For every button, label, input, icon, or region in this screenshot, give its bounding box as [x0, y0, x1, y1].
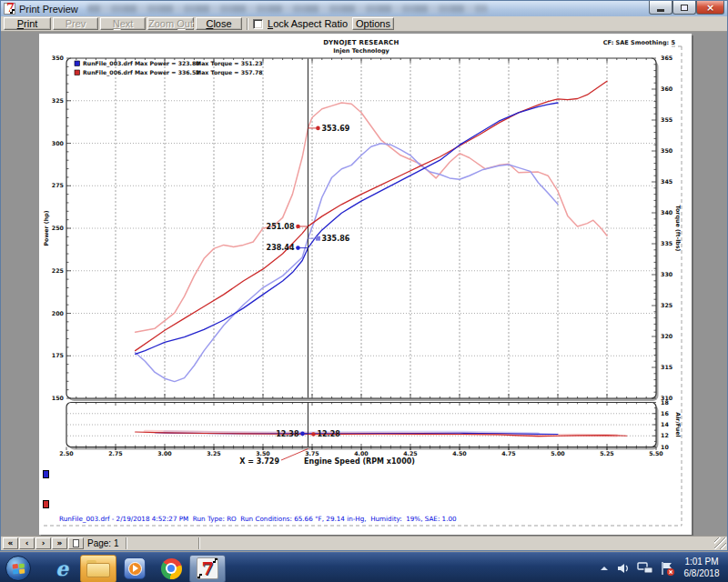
minimize-icon [657, 9, 664, 12]
chrome-icon [161, 558, 182, 579]
restore-button[interactable] [672, 1, 696, 15]
page-indicator: Page: 1 [87, 538, 118, 548]
af-tick-label: 12 [661, 432, 669, 438]
power-tick-label: 300 [52, 140, 65, 146]
toolbar-separator [247, 18, 248, 30]
minimize-button[interactable] [649, 1, 672, 15]
action-center-flag-icon[interactable] [660, 561, 675, 576]
x-tick-label: 3.50 [256, 450, 270, 457]
torque-tick-label: 335 [661, 240, 672, 246]
legend-entry: RunFile_003.drf Max Power = 323.80 [83, 60, 200, 67]
hidden-icons-arrow-icon[interactable] [599, 564, 610, 573]
close-window-button[interactable]: × [696, 1, 724, 15]
first-page-button[interactable]: « [3, 537, 18, 549]
internet-explorer-icon: e [56, 557, 68, 580]
toolbar: Print Prev Next Zoom Out Close Lock Aspe… [1, 16, 727, 32]
close-preview-button[interactable]: Close [196, 17, 242, 30]
x-tick-label: 5.00 [551, 450, 565, 457]
power-axis-title: Power (hp) [43, 210, 50, 246]
next-page-button[interactable]: › [35, 537, 51, 549]
af-tick-label: 16 [661, 410, 669, 416]
run-info-evo1900: RunFile_006.drf - 2/19/2018 5:55:22 PM R… [43, 499, 457, 536]
taskbar: e 7 [0, 552, 728, 582]
power-tick-label: 175 [52, 352, 64, 358]
statusbar: « ‹ › » Page: 1 [1, 536, 727, 550]
taskbar-clock[interactable]: 1:01 PM 6/8/2018 [677, 556, 726, 579]
print-preview-window: 7 Print Preview × Print Prev Next Zoom O… [0, 0, 728, 551]
af-tick-label: 18 [661, 399, 669, 406]
prev-button[interactable]: Prev [53, 17, 98, 30]
x-tick-label: 4.00 [354, 450, 369, 457]
dyno-chart: 1501752002252502753003253503103153203253… [39, 34, 692, 535]
network-icon[interactable] [637, 561, 653, 575]
torque-tick-label: 320 [661, 333, 673, 339]
annotation-label: 353.69 [321, 125, 349, 133]
power-tick-label: 350 [52, 55, 65, 61]
last-page-button[interactable]: » [52, 537, 67, 549]
system-tray [599, 553, 675, 582]
taskbar-media-player[interactable] [116, 555, 153, 582]
x-tick-label: 5.50 [649, 450, 663, 457]
annotation-marker [316, 126, 320, 131]
annotation-label: 335.86 [321, 235, 349, 243]
volume-icon[interactable] [616, 561, 631, 576]
media-player-icon [124, 557, 146, 579]
torque-tick-label: 340 [661, 209, 673, 216]
taskbar-internet-explorer[interactable]: e [44, 555, 80, 582]
torque-tick-label: 355 [661, 116, 672, 123]
preview-page: 1501752002252502753003253503103153203253… [39, 34, 692, 535]
taskbar-chrome[interactable] [153, 555, 189, 582]
resize-grip[interactable] [714, 537, 726, 549]
torque-axis-title: Torque (ft-lbs) [674, 206, 682, 252]
lock-aspect-ratio-label: Lock Aspect Ratio [268, 18, 348, 29]
page-view-button[interactable] [68, 537, 84, 549]
statusbar-separator [198, 537, 200, 549]
winpep7-app-icon: 7 [4, 3, 15, 15]
clock-date: 6/8/2018 [677, 567, 726, 579]
torque-tick-label: 325 [661, 302, 672, 308]
annotation-label: 12.28 [317, 430, 340, 438]
x-tick-label: 4.50 [452, 450, 467, 457]
next-button[interactable]: Next [100, 17, 146, 30]
zoom-out-button[interactable]: Zoom Out [147, 17, 194, 30]
preview-workspace: 1501752002252502753003253503103153203253… [1, 32, 727, 536]
annotation-marker [316, 236, 320, 241]
power-tick-label: 275 [52, 182, 64, 188]
torque-tick-label: 330 [661, 271, 673, 277]
x-tick-label: 2.50 [59, 450, 74, 457]
annotation-label: 12.38 [276, 430, 299, 438]
x-tick-label: 4.25 [403, 450, 418, 457]
cursor-x-label: X = 3.729 [239, 457, 279, 466]
x-axis-title: Engine Speed (RPM x1000) [304, 457, 415, 466]
power-tick-label: 325 [52, 97, 64, 104]
torque-tick-label: 360 [661, 85, 673, 92]
folder-icon [86, 560, 110, 577]
restore-icon [681, 5, 688, 11]
desktop: 7 Print Preview × Print Prev Next Zoom O… [0, 0, 728, 582]
correction-smoothing-note: CF: SAE Smoothing: 5 [603, 39, 675, 46]
power-tick-label: 200 [52, 310, 65, 316]
taskbar-file-explorer[interactable] [80, 555, 116, 582]
af-tick-label: 14 [661, 421, 669, 427]
legend-entry: Max Torque = 351.23 [196, 60, 263, 67]
annotation-marker [296, 246, 300, 250]
af-tick-label: 10 [661, 444, 669, 450]
prev-page-button[interactable]: ‹ [19, 537, 35, 549]
lock-aspect-ratio-checkbox[interactable] [253, 19, 263, 29]
taskbar-winpep7[interactable]: 7 [189, 555, 226, 582]
legend-swatch [75, 61, 80, 66]
annotation-marker [296, 225, 300, 229]
titlebar[interactable]: 7 Print Preview × [1, 1, 727, 16]
print-button[interactable]: Print [4, 17, 51, 30]
annotation-label: 238.44 [267, 244, 295, 252]
winpep7-icon: 7 [197, 557, 218, 579]
annotation-marker [300, 432, 305, 436]
options-button[interactable]: Options [352, 17, 394, 30]
torque-tick-label: 345 [661, 178, 672, 185]
run-color-swatch-icon [43, 470, 49, 478]
start-button[interactable] [5, 556, 31, 581]
x-tick-label: 3.25 [207, 450, 221, 457]
clock-time: 1:01 PM [677, 556, 726, 567]
windows-logo-icon [13, 563, 25, 575]
torque-tick-label: 350 [661, 147, 673, 154]
